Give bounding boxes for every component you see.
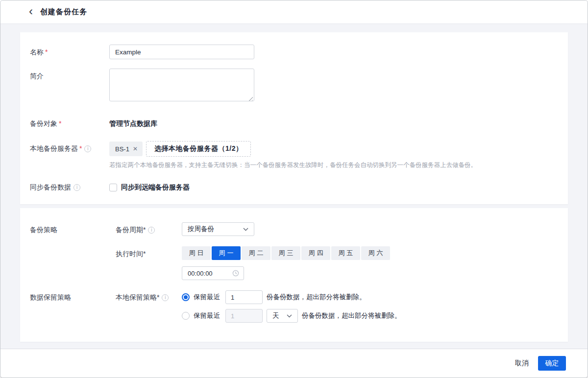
strategy-card: 备份策略 备份周期*i 按周备份 执行时间* [20, 208, 568, 342]
required-marker: * [59, 119, 61, 127]
backup-cycle-label: 备份周期*i [116, 222, 182, 237]
keep-count-suffix: 份备份数据，超出部分将被删除。 [267, 293, 366, 302]
select-server-button[interactable]: 选择本地备份服务器（1/2） [146, 141, 251, 157]
day-button-thursday[interactable]: 周四 [301, 246, 330, 260]
description-row: 简介 [30, 69, 558, 103]
name-input[interactable] [109, 45, 254, 59]
required-marker: * [143, 226, 146, 234]
backup-cycle-row: 备份策略 备份周期*i 按周备份 [30, 222, 558, 237]
required-marker: * [143, 250, 146, 258]
retention-option-days: 保留最近 天 份备份数据，超出部分将被删除。 [182, 308, 558, 323]
retention-row: 数据保留策略 本地保留策略*i 保留最近 份备份数据，超出部分将被删除。 保留最… [30, 290, 558, 323]
confirm-button[interactable]: 确定 [538, 356, 566, 371]
radio-keep-days[interactable] [182, 312, 190, 320]
server-hint-text: 若指定两个本地备份服务器，支持主备无缝切换：当一个备份服务器发生故障时，备份任务… [109, 161, 558, 169]
required-marker: * [157, 293, 159, 301]
required-marker: * [79, 144, 82, 152]
day-button-tuesday[interactable]: 周二 [242, 246, 270, 260]
page-header: ‹ 创建备份任务 [0, 0, 588, 24]
unit-value: 天 [272, 311, 279, 320]
page-title: 创建备份任务 [40, 7, 87, 17]
local-backup-server-row: 本地备份服务器*i BS-1 ✕ 选择本地备份服务器（1/2） 若指定两个本地备… [30, 141, 558, 169]
retention-option-count: 保留最近 份备份数据，超出部分将被删除。 [182, 290, 558, 305]
info-icon[interactable]: i [162, 294, 169, 301]
day-button-wednesday[interactable]: 周三 [271, 246, 300, 260]
basic-info-card: 名称* 简介 备份对象* [20, 32, 568, 204]
backup-object-row: 备份对象* 管理节点数据库 [30, 116, 558, 128]
day-button-sunday[interactable]: 周日 [182, 246, 211, 260]
sync-backup-row: 同步备份数据i 同步到远端备份服务器 [30, 183, 558, 192]
create-backup-task-window: ‹ 创建备份任务 名称* 简介 [0, 0, 588, 378]
info-icon[interactable]: i [84, 145, 91, 152]
day-button-saturday[interactable]: 周六 [361, 246, 390, 260]
keep-count-input[interactable] [225, 290, 263, 304]
description-label: 简介 [30, 69, 109, 83]
sync-checkbox[interactable] [109, 184, 117, 191]
backup-cycle-select[interactable]: 按周备份 [182, 222, 254, 236]
keep-days-prefix: 保留最近 [194, 311, 220, 320]
back-icon[interactable]: ‹ [27, 6, 34, 16]
content-area: 名称* 简介 备份对象* [0, 24, 588, 349]
keep-count-prefix: 保留最近 [194, 293, 220, 302]
clock-icon [232, 270, 239, 277]
weekday-selector: 周日 周一 周二 周三 周四 周五 周六 [182, 246, 558, 260]
backup-strategy-group-label: 备份策略 [30, 222, 116, 237]
chevron-down-icon [287, 314, 292, 318]
required-marker: * [45, 48, 48, 56]
name-row: 名称* [30, 45, 558, 59]
retention-group-label: 数据保留策略 [30, 290, 116, 305]
server-tag-label: BS-1 [115, 145, 129, 153]
server-tag: BS-1 ✕ [109, 142, 143, 156]
sync-checkbox-label: 同步到远端备份服务器 [121, 183, 190, 192]
description-textarea[interactable] [109, 69, 254, 101]
day-button-friday[interactable]: 周五 [331, 246, 360, 260]
backup-object-label: 备份对象* [30, 116, 109, 128]
footer-bar: 取消 确定 [0, 349, 588, 378]
time-value: 00:00:00 [188, 270, 213, 277]
sync-backup-label: 同步备份数据i [30, 183, 109, 191]
cancel-button[interactable]: 取消 [510, 356, 534, 371]
keep-days-input [225, 309, 263, 323]
local-backup-server-label: 本地备份服务器*i [30, 141, 109, 156]
close-icon[interactable]: ✕ [133, 145, 138, 152]
keep-days-suffix: 份备份数据，超出部分将被删除。 [302, 311, 401, 320]
time-picker[interactable]: 00:00:00 [182, 266, 244, 280]
local-policy-label: 本地保留策略*i [116, 290, 182, 305]
exec-time-label: 执行时间* [116, 246, 182, 261]
unit-select[interactable]: 天 [267, 309, 298, 323]
info-icon[interactable]: i [148, 227, 155, 234]
backup-object-value: 管理节点数据库 [109, 116, 558, 128]
radio-keep-count[interactable] [182, 293, 190, 301]
exec-time-row: 执行时间* 周日 周一 周二 周三 周四 周五 周六 00:00:00 [30, 246, 558, 280]
info-icon[interactable]: i [74, 184, 80, 191]
day-button-monday[interactable]: 周一 [212, 246, 241, 260]
chevron-down-icon [243, 228, 248, 231]
backup-cycle-value: 按周备份 [188, 225, 214, 234]
name-label: 名称* [30, 45, 109, 59]
